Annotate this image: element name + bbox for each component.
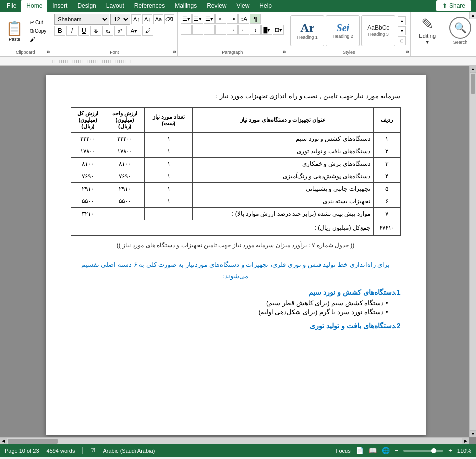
styles-group: Ar Heading 1 Sei Heading 2 AaBbCc Headin… bbox=[287, 12, 411, 56]
tab-mailings[interactable]: Mailings bbox=[170, 0, 202, 12]
styles-scroll-down[interactable]: ▼ bbox=[398, 26, 406, 36]
show-marks-button[interactable]: ¶ bbox=[250, 14, 261, 24]
tab-layout[interactable]: Layout bbox=[101, 0, 129, 12]
tab-design[interactable]: Design bbox=[72, 0, 101, 12]
numbering-button[interactable]: ☰▾ bbox=[192, 14, 203, 24]
collapse-ribbon-button[interactable]: ▲ bbox=[469, 12, 476, 19]
editing-dropdown-icon: ▼ bbox=[425, 40, 430, 45]
underline-button[interactable]: U bbox=[78, 26, 89, 36]
format-painter-button[interactable]: 🖌 bbox=[28, 36, 48, 43]
blue-paragraph: برای راه‌اندازی خط تولید فنس و توری فلزی… bbox=[71, 259, 401, 282]
table-header-unit: ارزش واحد(میلیون)(ریال) bbox=[105, 108, 145, 133]
zoom-in-button[interactable]: + bbox=[448, 447, 452, 454]
style-heading1-label: Heading 1 bbox=[297, 35, 318, 40]
multilevel-button[interactable]: ☰▾ bbox=[204, 14, 215, 24]
sort-button[interactable]: ↕A bbox=[238, 14, 249, 24]
clear-format-button[interactable]: ⌫ bbox=[164, 14, 174, 24]
view-web-icon[interactable]: 🌐 bbox=[382, 447, 390, 454]
superscript-button[interactable]: x² bbox=[114, 26, 125, 36]
tab-home[interactable]: Home bbox=[21, 0, 47, 12]
paragraph-group: ☰▾ ☰▾ ☰▾ ⇤ ⇥ ↕A ¶ ≡ ≡ ≡ ≡ → ← ↕ █▾ ⊞▾ Pa… bbox=[178, 12, 287, 56]
borders-button[interactable]: ⊞▾ bbox=[273, 25, 284, 35]
scroll-thumb-v[interactable] bbox=[471, 74, 475, 94]
align-right-button[interactable]: ≡ bbox=[204, 25, 215, 35]
table-caption: (( جدول شماره ۷ : برآورد میزان سرمایه مو… bbox=[71, 242, 401, 249]
style-heading2-label: Heading 2 bbox=[333, 34, 353, 39]
cut-button[interactable]: ✂ Cut bbox=[28, 19, 48, 26]
view-read-icon[interactable]: 📖 bbox=[369, 447, 377, 454]
styles-scroll-up[interactable]: ▲ bbox=[398, 16, 406, 26]
section1-heading: 1.دستگاه‌های کشش و نورد سیم bbox=[71, 288, 401, 296]
paste-icon: 📋 bbox=[6, 20, 23, 37]
scroll-down-button[interactable]: ▼ bbox=[470, 430, 476, 438]
strikethrough-button[interactable]: S̶ bbox=[90, 26, 101, 36]
align-left-button[interactable]: ≡ bbox=[181, 25, 192, 35]
share-button[interactable]: ⬆ Microsoft Word Share bbox=[436, 0, 471, 12]
subscript-button[interactable]: x₂ bbox=[102, 26, 113, 36]
tab-help[interactable]: Help bbox=[254, 0, 277, 12]
style-heading2[interactable]: Sei Heading 2 bbox=[326, 16, 360, 46]
search-button[interactable]: 🔍 bbox=[449, 17, 471, 39]
styles-dialog-icon[interactable]: ⧉ bbox=[406, 50, 409, 55]
styles-expand[interactable]: ⊟ bbox=[398, 36, 406, 46]
table-row: ۳ دستگاه‌های برش و خمکاری ۱ ۸۱۰۰ ۸۱۰۰ bbox=[71, 158, 400, 170]
styles-label: Styles bbox=[287, 50, 410, 55]
page: سرمایه مورد نیاز جهت تامین , نصب و راه ا… bbox=[46, 75, 426, 436]
increase-indent-button[interactable]: ⇥ bbox=[227, 14, 238, 24]
intro-text: سرمایه مورد نیاز جهت تامین , نصب و راه ا… bbox=[71, 92, 401, 100]
tab-file[interactable]: File bbox=[2, 0, 21, 12]
highlight-button[interactable]: 🖊 bbox=[142, 26, 153, 36]
bullets-button[interactable]: ☰▾ bbox=[181, 14, 192, 24]
tab-insert[interactable]: Insert bbox=[47, 0, 72, 12]
copy-button[interactable]: ⧉ Copy bbox=[28, 28, 48, 35]
style-heading3-label: Heading 3 bbox=[368, 32, 389, 37]
editing-icon: ✎ bbox=[421, 17, 434, 32]
view-print-icon[interactable]: 📄 bbox=[356, 447, 364, 454]
style-heading1[interactable]: Ar Heading 1 bbox=[290, 16, 324, 46]
scroll-right-button[interactable]: ▶ bbox=[462, 438, 469, 445]
scroll-left-button[interactable]: ◀ bbox=[0, 438, 7, 445]
horizontal-scrollbar: ◀ ▶ bbox=[0, 438, 469, 444]
change-case-button[interactable]: Aa bbox=[153, 14, 163, 24]
font-grow-button[interactable]: A↑ bbox=[131, 14, 141, 24]
decrease-indent-button[interactable]: ⇤ bbox=[215, 14, 226, 24]
font-family-select[interactable]: Shabnam bbox=[54, 14, 109, 25]
bullet1: • دستگاه کشش سیم (برای کاهش قطر سیم) bbox=[83, 300, 388, 307]
vertical-scrollbar: ▲ ▼ bbox=[469, 66, 476, 438]
zoom-out-button[interactable]: − bbox=[395, 447, 399, 454]
scroll-up-button[interactable]: ▲ bbox=[470, 66, 476, 73]
table-header-total: ارزش کل(میلیون)(ریال) bbox=[71, 108, 105, 133]
center-button[interactable]: ≡ bbox=[192, 25, 203, 35]
bullet2: • دستگاه نورد سرد یا گرم (برای شکل‌دهی ا… bbox=[83, 308, 388, 316]
equipment-table: ردیف عنوان تجهیزات و دستگاه‌های مورد نیا… bbox=[71, 108, 401, 236]
tab-references[interactable]: References bbox=[129, 0, 170, 12]
table-row: ۲ دستگاه‌های بافت و تولید توری ۱ ۱۷۸۰۰ ۱… bbox=[71, 146, 400, 158]
paragraph-dialog-icon[interactable]: ⧉ bbox=[283, 50, 286, 55]
paste-button[interactable]: 📋 Paste bbox=[3, 20, 26, 43]
tab-review[interactable]: Review bbox=[202, 0, 231, 12]
focus-button[interactable]: Focus bbox=[336, 448, 351, 454]
table-header-name: عنوان تجهیزات و دستگاه‌های مورد نیاز bbox=[193, 108, 374, 133]
font-group: Shabnam 12 A↑ A↓ Aa ⌫ B I U S̶ x₂ x² A▾ … bbox=[51, 12, 178, 56]
italic-button[interactable]: I bbox=[66, 26, 77, 36]
shading-button[interactable]: █▾ bbox=[261, 25, 272, 35]
ltr-button[interactable]: ← bbox=[238, 25, 249, 35]
style-heading3[interactable]: AaBbCc Heading 3 bbox=[361, 16, 395, 46]
font-shrink-button[interactable]: A↓ bbox=[142, 14, 152, 24]
section2-heading: 2.دستگاه‌های بافت و تولید توری bbox=[71, 322, 401, 330]
rtl-button[interactable]: → bbox=[227, 25, 238, 35]
style-heading2-preview: Sei bbox=[337, 23, 350, 33]
font-size-select[interactable]: 12 bbox=[110, 14, 130, 25]
font-color-button[interactable]: A▾ bbox=[126, 26, 141, 36]
scroll-thumb-h[interactable] bbox=[8, 439, 58, 444]
clipboard-dialog-icon[interactable]: ⧉ bbox=[47, 50, 50, 55]
cut-icon: ✂ bbox=[30, 20, 34, 26]
justify-button[interactable]: ≡ bbox=[215, 25, 226, 35]
status-bar: Page 10 of 23 4594 words ☑ Arabic (Saudi… bbox=[0, 444, 476, 457]
line-spacing-button[interactable]: ↕ bbox=[250, 25, 261, 35]
font-label: Font bbox=[51, 50, 177, 55]
font-dialog-icon[interactable]: ⧉ bbox=[173, 50, 176, 55]
zoom-slider[interactable] bbox=[403, 450, 443, 452]
tab-view[interactable]: View bbox=[232, 0, 255, 12]
bold-button[interactable]: B bbox=[54, 26, 65, 36]
